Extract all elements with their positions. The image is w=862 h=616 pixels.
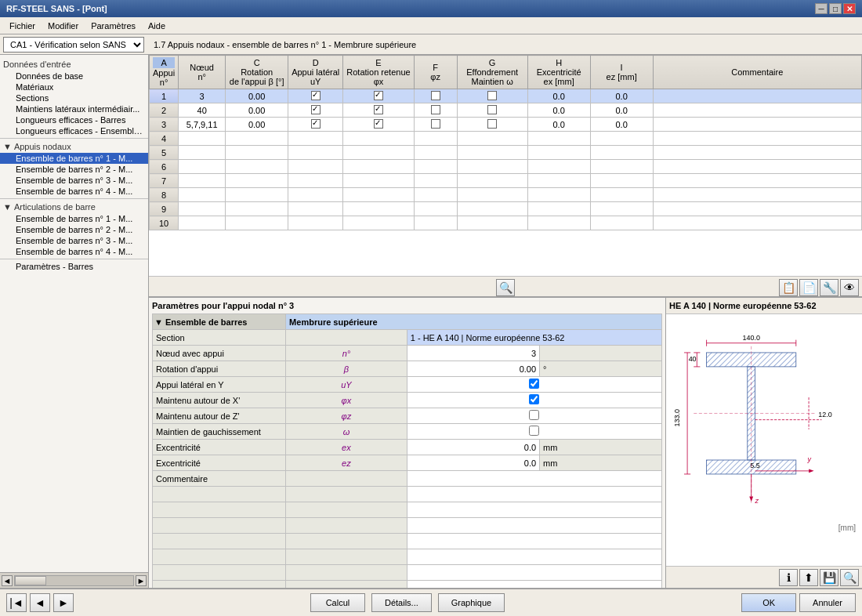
cell-ez[interactable] [590,132,653,146]
cell-phiz[interactable] [414,118,457,132]
cell-ez[interactable]: 0.0 [590,103,653,118]
params-uy-checkbox[interactable] [407,377,661,393]
ok-button[interactable]: OK [741,593,796,612]
checkbox-phiz-input[interactable] [529,410,539,420]
export-button-1[interactable]: ⬆ [799,569,818,586]
sidebar-item-sections[interactable]: Sections [0,92,148,103]
nav-prev-button[interactable]: ◄ [30,593,50,612]
checkbox-phiz[interactable] [431,105,440,114]
checkbox-omega[interactable] [487,105,497,114]
cell-phiz[interactable] [414,89,457,103]
cell-ez[interactable]: 0.0 [590,118,653,132]
cell-comment[interactable] [653,132,861,146]
table-tool-1[interactable]: 📋 [779,279,798,296]
table-row[interactable]: 9 [150,202,862,216]
checkbox-phix-input[interactable] [529,394,539,404]
cell-comment[interactable] [653,118,861,132]
cell-comment[interactable] [653,89,861,103]
sidebar-item-art-3[interactable]: Ensemble de barres n° 3 - M... [0,235,148,246]
cell-uy[interactable] [288,118,343,132]
calcul-button[interactable]: Calcul [310,593,365,612]
cell-comment[interactable] [653,103,861,118]
cell-phix[interactable] [343,89,414,103]
cell-ex[interactable]: 0.0 [527,103,590,118]
table-row[interactable]: 7 [150,174,862,188]
cell-uy[interactable] [288,132,343,146]
graphique-button[interactable]: Graphique [438,593,505,612]
sidebar-item-art-1[interactable]: Ensemble de barres n° 1 - M... [0,213,148,224]
table-row[interactable]: 4 [150,132,862,146]
params-phix-row[interactable]: Maintenu autour de X' φx [153,393,662,408]
params-ez-row[interactable]: Excentricité ez 0.0 mm [153,455,662,471]
cell-rotation[interactable]: 0.00 [226,118,288,132]
sidebar-item-donnees[interactable]: Données de base [0,71,148,82]
sidebar-group-appuis[interactable]: ▼Appuis nodaux [0,140,148,153]
info-button[interactable]: ℹ [779,569,798,586]
checkbox-uy[interactable] [311,105,321,114]
table-row[interactable]: 8 [150,188,862,202]
params-comment-value[interactable] [407,471,661,487]
checkbox-omega-input[interactable] [529,426,539,436]
details-button[interactable]: Détails... [371,593,432,612]
view-button[interactable]: 🔍 [840,569,859,586]
checkbox-omega[interactable] [487,91,497,100]
params-uy-row[interactable]: Appui latéral en Y uY [153,377,662,393]
table-row[interactable]: 10 [150,216,862,230]
menu-aide[interactable]: Aide [142,20,172,32]
nav-first-button[interactable]: |◄ [6,593,27,612]
sidebar-item-appuis-1[interactable]: Ensemble de barres n° 1 - M... [0,153,148,164]
cell-ex[interactable] [527,132,590,146]
checkbox-phix[interactable] [374,105,383,114]
sidebar-item-parametres[interactable]: Paramètres - Barres [0,261,148,272]
cell-uy[interactable] [288,103,343,118]
checkbox-phix[interactable] [374,119,383,129]
cell-phix[interactable] [343,103,414,118]
params-phix-checkbox[interactable] [407,393,661,408]
checkbox-uy-input[interactable] [529,379,539,389]
cell-rotation[interactable] [226,132,288,146]
annuler-button[interactable]: Annuler [799,593,856,612]
cell-noeud[interactable]: 3 [179,89,226,103]
cell-ez[interactable]: 0.0 [590,89,653,103]
menu-fichier[interactable]: Fichier [3,20,42,32]
cell-noeud[interactable] [179,132,226,146]
checkbox-omega[interactable] [487,119,497,129]
table-row[interactable]: 5 [150,146,862,160]
cell-ex[interactable]: 0.0 [527,89,590,103]
menu-modifier[interactable]: Modifier [42,20,85,32]
table-row[interactable]: 6 [150,160,862,174]
params-noeud-value[interactable]: 3 [407,346,539,361]
checkbox-uy[interactable] [311,119,321,129]
table-row[interactable]: 2 40 0.00 0.0 0.0 [150,103,862,118]
params-noeud-row[interactable]: Nœud avec appui n° 3 [153,346,662,361]
params-phiz-checkbox[interactable] [407,408,661,424]
cell-rotation[interactable]: 0.00 [226,89,288,103]
table-tool-4[interactable]: 👁 [840,279,859,296]
cell-phix[interactable] [343,118,414,132]
cell-phix[interactable] [343,132,414,146]
params-omega-row[interactable]: Maintien de gauchissement ω [153,424,662,440]
sidebar-item-longueurs-barres[interactable]: Longueurs efficaces - Barres [0,114,148,125]
table-row[interactable]: 1 3 0.00 0.0 0.0 [150,89,862,103]
checkbox-phiz[interactable] [431,119,440,129]
checkbox-phix[interactable] [374,91,383,100]
cell-ex[interactable]: 0.0 [527,118,590,132]
minimize-button[interactable]: ─ [815,3,828,14]
sidebar-item-art-4[interactable]: Ensemble de barres n° 4 - M... [0,246,148,257]
cell-noeud[interactable]: 5,7,9,11 [179,118,226,132]
sidebar-item-appuis-2[interactable]: Ensemble de barres n° 2 - M... [0,164,148,175]
search-button[interactable]: 🔍 [496,279,515,296]
checkbox-uy[interactable] [311,91,321,100]
verification-dropdown[interactable]: CA1 - Vérification selon SANS [3,37,144,53]
checkbox-phiz[interactable] [431,91,440,100]
sidebar-item-maintiens[interactable]: Maintiens latéraux intermédiair... [0,103,148,114]
cell-uy[interactable] [288,89,343,103]
scroll-left[interactable]: ◄ [2,575,13,586]
params-ex-value[interactable]: 0.0 [407,440,539,455]
sidebar-item-art-2[interactable]: Ensemble de barres n° 2 - M... [0,224,148,235]
params-omega-checkbox[interactable] [407,424,661,440]
export-button-2[interactable]: 💾 [820,569,838,586]
params-comment-row[interactable]: Commentaire [153,471,662,487]
params-rotation-value[interactable]: 0.00 [407,361,539,377]
close-button[interactable]: ✕ [843,3,856,14]
